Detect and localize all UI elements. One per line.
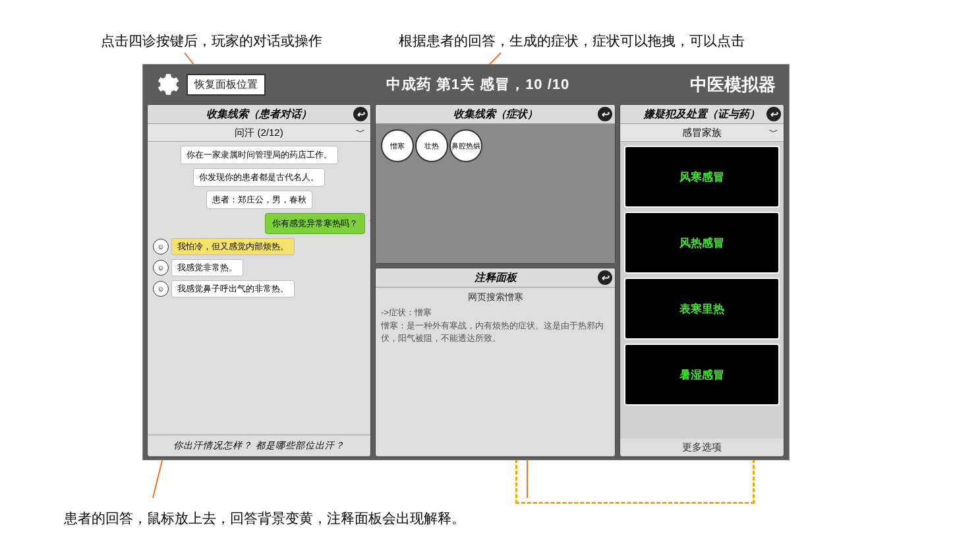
callout-top-left: 点击四诊按键后，玩家的对话或操作 [101,32,322,50]
patient-reply[interactable]: 我怕冷，但又感觉内部烦热。 [171,238,295,255]
callout-bottom: 患者的回答，鼠标放上去，回答背景变黄，注释面板会出现解释。 [64,509,465,528]
dialogue-category-label: 问汗 (2/12) [235,127,283,139]
gear-icon[interactable] [152,71,180,98]
dialogue-panel-header: 收集线索（患者对话） ↩ [148,105,370,124]
star-icon [367,216,370,228]
diagnosis-panel: 嫌疑犯及处置（证与药） ↩ 感冒家族 ﹀ 风寒感冒 风热感冒 表寒里热 暑湿感冒… [620,104,784,457]
symptoms-panel-header: 收集线索（症状） ↩ [376,105,615,124]
patient-reply[interactable]: 我感觉非常热。 [171,259,243,276]
dialogue-panel: 收集线索（患者对话） ↩ 问汗 (2/12) ﹀ 你在一家隶属时间管理局的药店工… [147,104,371,457]
diagnosis-panel-title: 嫌疑犯及处置（证与药） [644,107,760,121]
annotation-search-title: 网页搜索憎寒 [381,291,610,303]
narration-msg: 你在一家隶属时间管理局的药店工作。 [181,146,338,164]
annotation-line: ->症状：憎寒 [381,306,610,319]
patient-reply[interactable]: 我感觉鼻子呼出气的非常热。 [171,280,295,297]
dialogue-category[interactable]: 问汗 (2/12) ﹀ [148,124,370,142]
diagnosis-family[interactable]: 感冒家族 ﹀ [620,124,784,142]
chat-log: 你在一家隶属时间管理局的药店工作。 你发现你的患者都是古代名人。 患者：郑庄公，… [148,142,370,435]
app-title: 中医模拟器 [690,73,776,96]
callout-top-right: 根据患者的回答，生成的症状，症状可以拖拽，可以点击 [399,32,745,50]
dialogue-panel-title: 收集线索（患者对话） [206,107,312,121]
back-icon[interactable]: ↩ [766,107,781,121]
avatar-icon: ☺ [153,260,169,276]
annotation-line: 憎寒：是一种外有寒战，内有烦热的症状。这是由于热邪内伏，阳气被阻，不能透达所致。 [381,319,610,345]
back-icon[interactable]: ↩ [598,270,612,285]
topbar: 恢复面板位置 中成药 第1关 感冒，10 /10 中医模拟器 [143,65,789,104]
diagnosis-card[interactable]: 风热感冒 [624,212,780,274]
svg-marker-8 [368,217,370,227]
back-icon[interactable]: ↩ [598,107,612,121]
more-options[interactable]: 更多选项 [620,439,784,456]
level-title: 中成药 第1关 感冒，10 /10 [266,75,690,94]
avatar-icon: ☺ [153,281,169,297]
reset-panels-button[interactable]: 恢复面板位置 [187,74,266,96]
avatar-icon: ☺ [153,239,169,255]
game-window: 恢复面板位置 中成药 第1关 感冒，10 /10 中医模拟器 收集线索（患者对话… [142,64,790,460]
back-icon[interactable]: ↩ [353,107,368,121]
chevron-down-icon: ﹀ [356,127,365,138]
player-question-text: 你有感觉异常寒热吗？ [272,218,358,228]
patient-reply-row[interactable]: ☺ 我感觉非常热。 [153,259,365,276]
narration-msg: 你发现你的患者都是古代名人。 [193,168,325,187]
annotation-body: 网页搜索憎寒 ->症状：憎寒 憎寒：是一种外有寒战，内有烦热的症状。这是由于热邪… [376,288,615,456]
annotation-panel-title: 注释面板 [475,271,517,285]
annotation-panel: 注释面板 ↩ 网页搜索憎寒 ->症状：憎寒 憎寒：是一种外有寒战，内有烦热的症状… [375,268,616,457]
diagnosis-card[interactable]: 风寒感冒 [624,146,780,208]
annotation-panel-header: 注释面板 ↩ [376,268,615,288]
chevron-down-icon: ﹀ [769,127,778,138]
diagnosis-card[interactable]: 表寒里热 [624,278,780,340]
diagnosis-card[interactable]: 暑湿感冒 [624,344,780,406]
patient-info-msg: 患者：郑庄公，男，春秋 [206,191,312,209]
patient-reply-row[interactable]: ☺ 我怕冷，但又感觉内部烦热。 [153,238,365,255]
next-question-prompt[interactable]: 你出汗情况怎样？ 都是哪些部位出汗？ [148,435,370,456]
symptom-chip[interactable]: 憎寒 [381,129,414,162]
player-question[interactable]: 你有感觉异常寒热吗？ [265,213,365,234]
diagnosis-list: 风寒感冒 风热感冒 表寒里热 暑湿感冒 [620,142,784,439]
patient-reply-row[interactable]: ☺ 我感觉鼻子呼出气的非常热。 [153,280,365,297]
symptom-drop-area[interactable]: 憎寒 壮热 鼻腔热烘 [376,124,615,263]
symptom-chip[interactable]: 壮热 [415,129,448,162]
diagnosis-family-label: 感冒家族 [682,127,722,139]
symptoms-panel: 收集线索（症状） ↩ 憎寒 壮热 鼻腔热烘 [375,104,616,264]
symptom-chip[interactable]: 鼻腔热烘 [449,129,482,162]
diagnosis-panel-header: 嫌疑犯及处置（证与药） ↩ [620,105,784,124]
symptoms-panel-title: 收集线索（症状） [453,107,538,121]
